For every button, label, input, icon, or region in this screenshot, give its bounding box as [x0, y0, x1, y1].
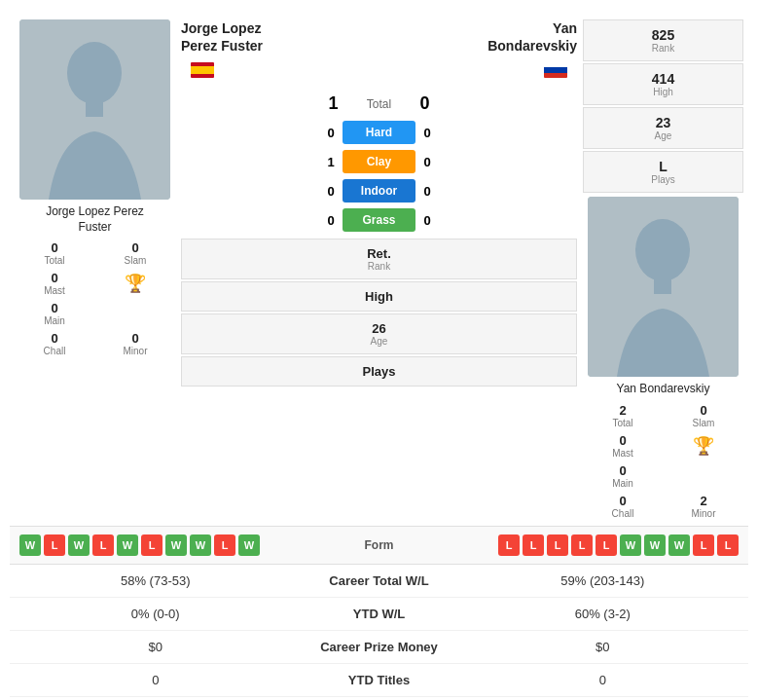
form-badge-left: L — [92, 534, 114, 556]
indoor-button[interactable]: Indoor — [343, 179, 415, 203]
right-player-photo — [588, 197, 739, 377]
bstat-center-label: Career Prize Money — [292, 640, 467, 654]
bstat-right-val: 59% (203-143) — [467, 573, 740, 588]
form-left-badges: WLWLWLWWLW — [19, 534, 341, 556]
left-slam: 0 Slam — [95, 239, 175, 268]
right-chall: 0 Chall — [583, 492, 663, 521]
form-badge-right: L — [547, 534, 568, 556]
right-grass-score: 0 — [415, 213, 439, 228]
bstat-right-val: $0 — [467, 640, 740, 654]
left-mast: 0 Mast — [15, 269, 94, 298]
right-player-name: Yan Bondarevskiy — [617, 382, 710, 397]
form-badge-left: L — [44, 534, 65, 556]
top-section: Jorge Lopez Perez Fuster 0 Total 0 Slam … — [10, 10, 748, 526]
bstat-left-val: 0 — [19, 673, 292, 687]
bottom-stats: 58% (73-53) Career Total W/L 59% (203-14… — [10, 564, 748, 697]
bstat-left-val: $0 — [19, 640, 292, 654]
form-badge-left: W — [68, 534, 90, 556]
rank-box: Ret. Rank — [181, 239, 577, 279]
right-total: 2 Total — [583, 401, 663, 430]
left-player-photo — [19, 19, 170, 200]
form-badge-left: W — [238, 534, 260, 556]
bottom-stat-row: 0% (0-0) YTD W/L 60% (3-2) — [10, 598, 748, 631]
main-content: Jorge Lopez Perez Fuster 0 Total 0 Slam … — [0, 0, 758, 700]
left-chall: 0 Chall — [15, 329, 94, 358]
bottom-stat-row: 58% (73-53) Career Total W/L 59% (203-14… — [10, 565, 748, 598]
left-score: 1 — [322, 93, 345, 114]
right-slam: 0 Slam — [664, 401, 743, 430]
score-total-row: 1 Total 0 — [181, 93, 577, 114]
svg-rect-5 — [654, 276, 671, 294]
bstat-center-label: Career Total W/L — [292, 573, 467, 588]
trophy-icon-right: 🏆 — [664, 431, 743, 461]
form-badge-left: W — [117, 534, 138, 556]
form-badge-right: L — [571, 534, 593, 556]
right-plays-box: L Plays — [583, 151, 743, 193]
form-label: Form — [341, 538, 418, 552]
form-badge-left: W — [165, 534, 187, 556]
left-placeholder: 0 x — [95, 299, 175, 328]
bstat-left-val: 0% (0-0) — [19, 607, 292, 621]
high-box: High — [181, 281, 577, 312]
svg-rect-2 — [86, 99, 103, 117]
right-stats-grid: 2 Total 0 Slam 0 Mast 🏆 0 Main — [583, 401, 743, 521]
bottom-stat-row: 0 YTD Titles 0 — [10, 664, 748, 697]
svg-point-1 — [67, 42, 122, 104]
left-minor: 0 Minor — [95, 329, 175, 358]
middle-block: Jorge Lopez Perez Fuster Yan Bondarevski… — [181, 19, 577, 521]
left-player-block: Jorge Lopez Perez Fuster 0 Total 0 Slam … — [15, 19, 175, 521]
form-badge-right: W — [668, 534, 690, 556]
bottom-stat-row: $0 Career Prize Money $0 — [10, 631, 748, 664]
plays-box: Plays — [181, 356, 577, 387]
form-badge-left: L — [141, 534, 162, 556]
grass-button[interactable]: Grass — [343, 208, 415, 232]
bstat-right-val: 0 — [467, 673, 740, 687]
right-indoor-score: 0 — [415, 184, 439, 199]
mid-right-player-name: Yan Bondarevskiy — [460, 19, 577, 55]
bstat-right-val: 60% (3-2) — [467, 607, 740, 621]
left-main: 0 Main — [15, 299, 94, 328]
form-badge-right: L — [523, 534, 544, 556]
left-stats-grid: 0 Total 0 Slam 0 Mast 🏆 0 Main — [15, 239, 175, 358]
grass-row: 0 Grass 0 — [181, 208, 577, 232]
svg-point-4 — [635, 219, 690, 281]
indoor-row: 0 Indoor 0 — [181, 179, 577, 203]
right-clay-score: 0 — [415, 155, 439, 169]
hard-button[interactable]: Hard — [343, 121, 415, 144]
mid-stat-boxes: Ret. Rank High 26 Age Plays — [181, 239, 577, 387]
right-placeholder2: 0 x — [664, 461, 743, 491]
form-badge-left: W — [19, 534, 41, 556]
left-total: 0 Total — [15, 239, 94, 268]
bstat-center-label: YTD W/L — [292, 607, 467, 621]
trophy-icon-left: 🏆 — [95, 269, 175, 298]
clay-button[interactable]: Clay — [343, 150, 415, 173]
right-mast: 0 Mast — [583, 431, 663, 461]
form-badge-right: L — [693, 534, 714, 556]
right-rank-box: 825 Rank — [583, 19, 743, 61]
bstat-left-val: 58% (73-53) — [19, 573, 292, 588]
right-high-box: 414 High — [583, 63, 743, 105]
left-clay-score: 1 — [319, 155, 343, 169]
form-badge-left: W — [190, 534, 211, 556]
total-label: Total — [345, 97, 414, 111]
clay-row: 1 Clay 0 — [181, 150, 577, 173]
right-flag — [544, 62, 567, 82]
hard-row: 0 Hard 0 — [181, 121, 577, 144]
form-row: WLWLWLWWLW Form LLLLLWWWLL — [10, 526, 748, 564]
form-badge-right: L — [717, 534, 739, 556]
left-player-name: Jorge Lopez Perez Fuster — [46, 204, 144, 235]
age-box: 26 Age — [181, 313, 577, 354]
right-player-block: 825 Rank 414 High 23 Age L Plays — [583, 19, 743, 521]
left-flag — [191, 62, 214, 82]
right-score: 0 — [414, 93, 437, 114]
right-main: 0 Main — [583, 461, 663, 491]
left-indoor-score: 0 — [319, 184, 343, 199]
right-minor: 2 Minor — [664, 492, 743, 521]
right-rank-panel: 825 Rank 414 High 23 Age L Plays — [583, 19, 743, 193]
right-age-box: 23 Age — [583, 107, 743, 149]
form-badge-right: L — [498, 534, 520, 556]
form-badge-right: W — [644, 534, 666, 556]
bstat-center-label: YTD Titles — [292, 673, 467, 687]
form-badge-right: L — [596, 534, 617, 556]
left-hard-score: 0 — [319, 126, 343, 140]
